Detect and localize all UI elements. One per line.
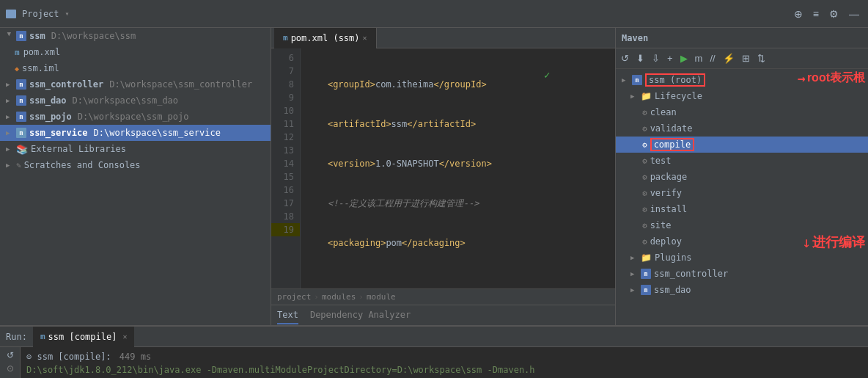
maven-label-clean: clean	[650, 107, 677, 117]
maven-grid-btn[interactable]: ⊞	[740, 51, 752, 65]
breadcrumb: project › modules › module	[271, 288, 615, 305]
breadcrumb-modules[interactable]: modules	[322, 292, 356, 302]
tree-button[interactable]: ≡	[810, 7, 822, 21]
run-restart-btn[interactable]: ↺	[7, 350, 14, 360]
code-editor[interactable]: ✓ 6 7 8 9 10 11 12 13 14 15 16 17 18 19 …	[271, 48, 615, 288]
code-content[interactable]: <groupId>com.itheima</groupId> <artifact…	[301, 48, 615, 288]
ln-7: 7	[271, 65, 300, 78]
maven-arrow-plugins: ▶	[630, 254, 638, 261]
ln-10: 10	[271, 104, 300, 117]
maven-item-install[interactable]: ⚙ install	[616, 201, 868, 217]
ln-15: 15	[271, 170, 300, 183]
run-tab-ssm-compile[interactable]: m ssm [compile] ✕	[33, 327, 135, 347]
pom-tab-close[interactable]: ✕	[363, 34, 367, 42]
maven-label-test: test	[650, 156, 672, 166]
ln-9: 9	[271, 91, 300, 104]
check-mark: ✓	[544, 69, 550, 81]
breadcrumb-module[interactable]: module	[367, 292, 396, 302]
ln-11: 11	[271, 117, 300, 131]
pom-tab-label: pom.xml (ssm)	[291, 33, 360, 43]
maven-label-plugins: Plugins	[655, 252, 692, 263]
tree-item-pom-xml[interactable]: m pom.xml	[0, 44, 271, 60]
tree-item-ssm-controller[interactable]: ▶ m ssm_controller D:\workspace\ssm_cont…	[0, 76, 271, 92]
tree-label-ssm-iml: ssm.iml	[22, 63, 59, 73]
maven-item-package[interactable]: ⚙ package	[616, 169, 868, 185]
maven-m-btn[interactable]: m	[693, 51, 705, 65]
gear-icon-deploy: ⚙	[642, 237, 647, 247]
gear-icon-verify: ⚙	[642, 189, 647, 198]
tree-arrow-ssm: ▶	[6, 32, 13, 40]
maven-label-ssm-root: ssm (root)	[645, 73, 705, 87]
run-sidebar: ↺ ⊙	[0, 347, 21, 378]
maven-sort-btn[interactable]: ⇅	[755, 51, 768, 65]
tab-text[interactable]: Text	[277, 307, 298, 324]
editor-tab-pom-xml[interactable]: m pom.xml (ssm) ✕	[274, 28, 377, 48]
maven-run-btn[interactable]: ▶	[678, 51, 690, 65]
ssm-service-icon: m	[16, 128, 26, 138]
code-line-8: <version>1.0-SNAPSHOT</version>	[306, 157, 609, 170]
maven-item-test[interactable]: ⚙ test	[616, 153, 868, 169]
tree-item-ssm-dao[interactable]: ▶ m ssm_dao D:\workspace\ssm_dao	[0, 92, 271, 109]
run-stop-btn[interactable]: ⊙	[7, 363, 14, 374]
maven-item-plugins[interactable]: ▶ 📁 Plugins	[616, 250, 868, 266]
maven-download-btn[interactable]: ⬇	[634, 51, 647, 65]
tree-item-ssm-pojo[interactable]: ▶ m ssm_pojo D:\workspace\ssm_pojo	[0, 109, 271, 125]
tree-item-ssm-iml[interactable]: ◆ ssm.iml	[0, 60, 271, 76]
run-tab-icon: m	[40, 332, 45, 341]
code-line-7: <artifactId>ssm</artifactId>	[306, 117, 609, 131]
tree-label-scratches: Scratches and Consoles	[24, 160, 141, 170]
add-button[interactable]: ⊕	[791, 7, 806, 21]
settings-button[interactable]: ⚙	[826, 7, 842, 21]
breadcrumb-sep-2: ›	[358, 292, 364, 302]
maven-refresh-btn[interactable]: ↺	[619, 51, 631, 65]
minimize-button[interactable]: —	[846, 7, 862, 21]
maven-item-ssm-root[interactable]: ▶ m ssm (root)	[616, 72, 868, 88]
code-line-6: <groupId>com.itheima</groupId>	[306, 78, 609, 91]
ln-14: 14	[271, 157, 300, 170]
dropdown-arrow[interactable]: ▾	[65, 10, 70, 18]
run-label: Run:	[6, 332, 27, 342]
tree-item-external-libs[interactable]: ▶ 📚 External Libraries	[0, 141, 271, 157]
maven-lightning-btn[interactable]: ⚡	[721, 51, 737, 65]
breadcrumb-project[interactable]: project	[277, 292, 311, 302]
pom-xml-icon: m	[15, 48, 20, 57]
maven-toolbar: ↺ ⬇ ⇩ + ▶ m // ⚡ ⊞ ⇅	[616, 48, 868, 69]
tree-arrow-ext: ▶	[6, 145, 13, 153]
maven-label-ssm-controller-m: ssm_controller	[654, 269, 728, 279]
maven-item-compile[interactable]: ⚙ compile	[616, 137, 868, 153]
maven-item-lifecycle[interactable]: ▶ 📁 Lifecycle	[616, 88, 868, 104]
run-tab-close[interactable]: ✕	[122, 332, 127, 341]
ssm-dao-icon: m	[16, 95, 26, 106]
maven-item-ssm-controller-m[interactable]: ▶ m ssm_controller	[616, 266, 868, 282]
tree-label-ssm-pojo: ssm_pojo	[29, 112, 72, 122]
maven-label-deploy: deploy	[650, 236, 682, 247]
maven-item-clean[interactable]: ⚙ clean	[616, 104, 868, 120]
ssm-module-icon: m	[16, 31, 26, 41]
maven-item-site[interactable]: ⚙ site	[616, 217, 868, 233]
ln-8: 8	[271, 78, 300, 91]
tree-item-scratches[interactable]: ▶ ✎ Scratches and Consoles	[0, 157, 271, 173]
tree-path-ssm-service: D:\workspace\ssm_service	[93, 128, 220, 138]
tree-label-pom-xml: pom.xml	[23, 47, 61, 57]
maven-item-verify[interactable]: ⚙ verify	[616, 185, 868, 201]
tree-item-ssm-service[interactable]: ▶ m ssm_service D:\workspace\ssm_service	[0, 125, 271, 141]
maven-item-deploy[interactable]: ⚙ deploy	[616, 233, 868, 250]
project-sidebar: ▶ m ssm D:\workspace\ssm m pom.xml ◆ ssm…	[0, 28, 271, 325]
maven-item-ssm-dao-m[interactable]: ▶ m ssm_dao	[616, 282, 868, 298]
tree-item-ssm[interactable]: ▶ m ssm D:\workspace\ssm	[0, 28, 271, 44]
project-title: Project	[22, 9, 59, 19]
run-content: ↺ ⊙ ⊙ ssm [compile]: 449 ms D:\soft\jdk1…	[0, 347, 868, 378]
maven-deploy-container: ⚙ deploy ↓ 进行编译	[616, 233, 868, 250]
maven-item-validate[interactable]: ⚙ validate	[616, 120, 868, 137]
ssm-controller-m-icon: m	[641, 269, 651, 279]
line-numbers: 6 7 8 9 10 11 12 13 14 15 16 17 18 19	[271, 48, 301, 288]
maven-arrow-lifecycle: ▶	[630, 92, 638, 100]
maven-skip-btn[interactable]: //	[707, 51, 717, 65]
maven-label-validate: validate	[650, 123, 693, 134]
maven-download-all-btn[interactable]: ⇩	[650, 51, 662, 65]
ssm-iml-icon: ◆	[15, 65, 19, 73]
maven-add-btn[interactable]: +	[665, 51, 675, 65]
main-area: ▶ m ssm D:\workspace\ssm m pom.xml ◆ ssm…	[0, 28, 868, 325]
gear-icon-clean: ⚙	[642, 108, 647, 117]
tab-dependency-analyzer[interactable]: Dependency Analyzer	[310, 307, 411, 324]
